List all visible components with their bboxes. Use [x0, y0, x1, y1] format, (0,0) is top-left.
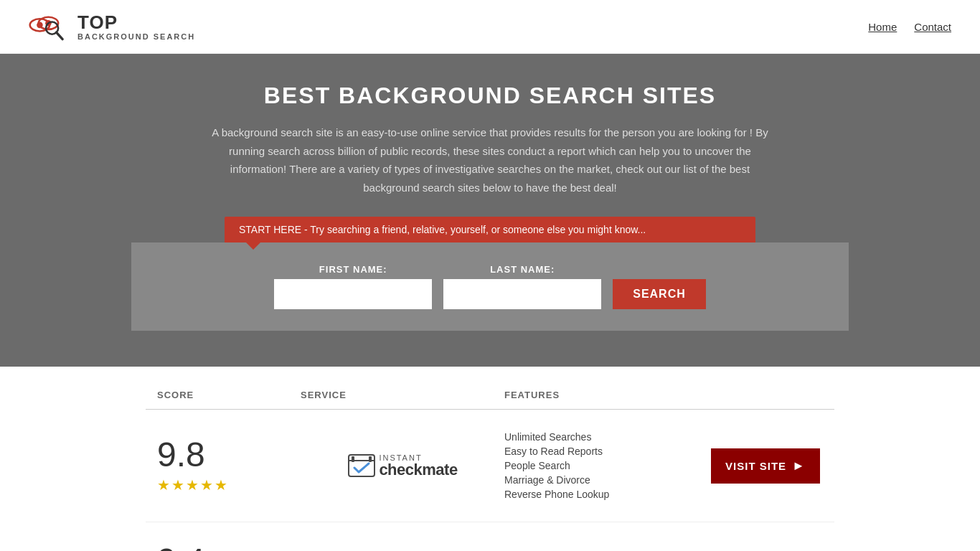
nav-contact[interactable]: Contact	[914, 21, 951, 33]
results-section: SCORE SERVICE FEATURES 9.8 ★ ★ ★ ★ ★	[131, 367, 849, 551]
header-service: SERVICE	[301, 390, 504, 400]
visit-site-label: VISIT SITE	[725, 460, 786, 472]
star-1: ★	[157, 476, 170, 494]
score-cell: 9.4 ★ ★ ★ ★ ★	[157, 544, 301, 551]
table-row: 9.8 ★ ★ ★ ★ ★ instant	[146, 410, 834, 522]
star-5: ★	[215, 476, 227, 494]
page-title: BEST BACKGROUND SEARCH SITES	[14, 83, 966, 109]
checkmate-name: checkmate	[379, 462, 457, 478]
first-name-label: FIRST NAME:	[274, 264, 432, 275]
score-cell: 9.8 ★ ★ ★ ★ ★	[157, 438, 301, 494]
visit-cell: VISIT SITE ►	[708, 448, 823, 484]
score-value: 9.4	[157, 544, 205, 551]
svg-point-2	[37, 22, 43, 29]
header-score: SCORE	[157, 390, 301, 400]
last-name-group: LAST NAME:	[443, 264, 601, 309]
star-3: ★	[186, 476, 199, 494]
checkmate-logo-icon	[347, 453, 376, 478]
search-button[interactable]: SEARCH	[613, 279, 706, 309]
logo: TOP BACKGROUND SEARCH	[29, 9, 195, 44]
feature-item: Unlimited Searches	[504, 431, 708, 443]
star-4: ★	[200, 476, 213, 494]
checkmate-text: instant checkmate	[379, 454, 457, 478]
hero-description: A background search site is an easy-to-u…	[210, 123, 770, 197]
logo-bottom-text: BACKGROUND SEARCH	[77, 32, 195, 41]
feature-item: People Search	[504, 460, 708, 471]
first-name-input[interactable]	[274, 279, 432, 309]
last-name-input[interactable]	[443, 279, 601, 309]
star-rating: ★ ★ ★ ★ ★	[157, 476, 227, 494]
table-row: 9.4 ★ ★ ★ ★ ★ PeopleLooker Accurate and …	[146, 522, 834, 551]
header-action	[708, 390, 823, 400]
logo-top-text: TOP	[77, 12, 195, 33]
main-nav: Home Contact	[868, 21, 951, 33]
feature-item: Marriage & Divorce	[504, 474, 708, 486]
search-callout: START HERE - Try searching a friend, rel…	[225, 217, 755, 242]
feature-item: Reverse Phone Lookup	[504, 489, 708, 500]
header-features: FEATURES	[504, 390, 708, 400]
checkmate-logo: instant checkmate	[347, 453, 457, 478]
table-header: SCORE SERVICE FEATURES	[146, 381, 834, 410]
first-name-group: FIRST NAME:	[274, 264, 432, 309]
svg-rect-9	[369, 456, 372, 462]
score-value: 9.8	[157, 438, 205, 472]
nav-home[interactable]: Home	[868, 21, 897, 33]
last-name-label: LAST NAME:	[443, 264, 601, 275]
service-cell: instant checkmate	[301, 453, 504, 478]
features-cell: Unlimited Searches Easy to Read Reports …	[504, 431, 708, 500]
site-header: TOP BACKGROUND SEARCH Home Contact	[0, 0, 980, 54]
visit-site-button[interactable]: VISIT SITE ►	[711, 448, 820, 484]
arrow-icon: ►	[792, 458, 806, 474]
svg-line-5	[57, 32, 63, 39]
hero-section: BEST BACKGROUND SEARCH SITES A backgroun…	[0, 54, 980, 367]
logo-text: TOP BACKGROUND SEARCH	[77, 12, 195, 42]
svg-rect-8	[352, 456, 354, 462]
star-2: ★	[171, 476, 184, 494]
logo-icon	[29, 9, 72, 44]
feature-item: Easy to Read Reports	[504, 446, 708, 457]
search-form: FIRST NAME: LAST NAME: SEARCH	[131, 242, 849, 331]
